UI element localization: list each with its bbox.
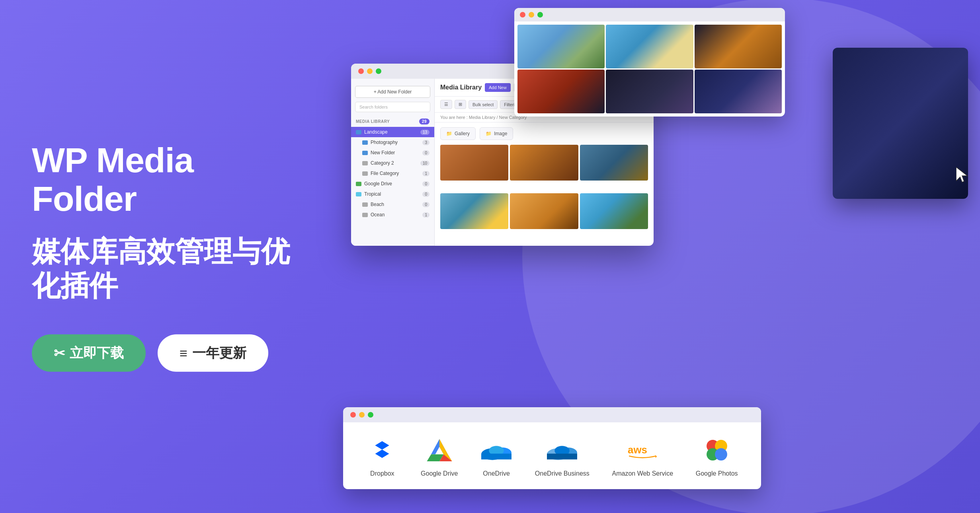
folder-new-folder[interactable]: New Folder 0 <box>351 148 434 158</box>
photo-grid-window <box>514 8 785 117</box>
photo-stars <box>695 70 782 113</box>
folder-name-photography: Photography <box>371 140 398 145</box>
folder-name-ocean: Ocean <box>371 212 385 218</box>
bulk-select-button[interactable]: Bulk select <box>469 100 498 109</box>
download-label: 立即下载 <box>70 344 124 362</box>
folder-photography[interactable]: Photography 3 <box>351 137 434 148</box>
folder-icon-category2 <box>362 161 368 165</box>
gallery-folder-gallery[interactable]: 📁 Gallery <box>440 127 476 140</box>
folder-name-beach: Beach <box>371 202 384 207</box>
image-folder-icon: 📁 <box>486 131 492 136</box>
photo-grid <box>514 21 785 117</box>
svg-marker-16 <box>656 455 657 458</box>
folder-name-category2: Category 2 <box>371 160 394 166</box>
photo-person-dark <box>606 70 693 113</box>
service-onedrive-business[interactable]: OneDrive Business <box>535 434 590 477</box>
google-drive-icon <box>424 434 455 466</box>
folder-category2[interactable]: Category 2 10 <box>351 158 434 168</box>
folder-tropical[interactable]: Tropical 0 <box>351 189 434 199</box>
search-placeholder: Search folders <box>359 105 388 109</box>
dropbox-label: Dropbox <box>370 470 394 477</box>
view-grid-button[interactable]: ⊞ <box>455 100 466 109</box>
right-section: + Add New Folder Search folders MEDIA LI… <box>303 0 980 513</box>
add-new-folder-button[interactable]: + Add New Folder <box>355 86 430 98</box>
folder-name-gdrive: Google Drive <box>364 181 392 187</box>
folder-count-gdrive: 0 <box>422 181 429 187</box>
photo-beach-people <box>606 25 693 68</box>
google-photos-icon <box>701 434 733 466</box>
svg-point-20 <box>715 448 727 461</box>
gallery-folders: 📁 Gallery 📁 Image <box>435 122 654 145</box>
gallery-img-canyon <box>440 145 508 181</box>
section-label: MEDIA LIBRARY <box>356 119 390 124</box>
folder-count-new-folder: 0 <box>422 150 429 155</box>
folder-icon-ocean <box>362 213 368 217</box>
folder-icon-photography <box>362 140 368 145</box>
sidebar-section-header: MEDIA LIBRARY 29 <box>351 116 434 127</box>
folder-beach[interactable]: Beach 0 <box>351 199 434 210</box>
dot-red-bottom <box>350 412 356 418</box>
aws-icon: aws <box>627 434 658 466</box>
folder-file-category[interactable]: File Category 1 <box>351 168 434 179</box>
dot-green-bottom <box>368 412 373 418</box>
service-onedrive[interactable]: OneDrive <box>480 434 512 477</box>
folder-name-new-folder: New Folder <box>371 150 395 155</box>
download-button[interactable]: ✂ 立即下载 <box>32 334 146 372</box>
folder-icon-file-category <box>362 171 368 176</box>
star-trails-window <box>833 48 968 199</box>
folder-google-drive[interactable]: Google Drive 0 <box>351 179 434 189</box>
onedrive-icon <box>480 434 512 466</box>
svg-marker-0 <box>956 167 967 182</box>
view-list-button[interactable]: ☰ <box>440 100 452 109</box>
folder-icon-beach <box>362 202 368 207</box>
service-google-photos[interactable]: Google Photos <box>696 434 738 477</box>
folder-icon-tropical <box>356 192 361 196</box>
dot-green <box>537 12 543 17</box>
svg-marker-2 <box>375 441 389 450</box>
folder-ocean[interactable]: Ocean 1 <box>351 210 434 220</box>
photo-temple <box>517 70 605 113</box>
onedrive-label: OneDrive <box>483 470 510 477</box>
window-titlebar-top <box>514 8 785 21</box>
window-titlebar-bottom <box>343 407 761 422</box>
folder-landscape[interactable]: Landscape 13 <box>351 127 434 137</box>
search-folders-input[interactable]: Search folders <box>355 102 430 112</box>
aws-label: Amazon Web Service <box>612 470 673 477</box>
svg-rect-10 <box>481 454 511 460</box>
folder-name-file-category: File Category <box>371 171 399 176</box>
onedrive-business-icon <box>546 434 578 466</box>
folder-name-landscape: Landscape <box>364 129 388 135</box>
gallery-folder-name: Gallery <box>455 131 470 136</box>
gallery-img-autumn <box>510 145 578 181</box>
google-drive-label: Google Drive <box>421 470 458 477</box>
cursor-icon <box>956 167 968 183</box>
update-label: 一年更新 <box>192 344 246 362</box>
gallery-images <box>435 145 654 246</box>
breadcrumb-text: You are here : Media Library / New Categ… <box>440 115 527 120</box>
service-aws[interactable]: aws Amazon Web Service <box>612 434 673 477</box>
update-button[interactable]: ≡ 一年更新 <box>158 334 268 372</box>
folder-count-ocean: 1 <box>422 212 429 218</box>
google-photos-label: Google Photos <box>696 470 738 477</box>
add-new-button[interactable]: Add New <box>485 83 511 92</box>
hero-left: WP Media Folder 媒体库高效管理与优化插件 ✂ 立即下载 ≡ 一年… <box>32 141 291 372</box>
gallery-folder-image[interactable]: 📁 Image <box>480 127 513 140</box>
dot-green-main <box>376 68 381 74</box>
gallery-img-coast <box>580 193 648 229</box>
gallery-folder-icon: 📁 <box>446 131 452 136</box>
folder-count-landscape: 13 <box>420 130 429 135</box>
service-google-drive[interactable]: Google Drive <box>421 434 458 477</box>
services-row: Dropbox Google Drive <box>343 422 761 489</box>
content-title: Media Library <box>440 84 482 91</box>
photo-coast <box>517 25 605 68</box>
gallery-img-desert <box>510 193 578 229</box>
gallery-img-beach-aerial <box>440 193 508 229</box>
folder-count-file-category: 1 <box>422 171 429 176</box>
svg-text:aws: aws <box>628 444 647 455</box>
download-icon: ✂ <box>54 345 65 361</box>
gallery-img-landscape <box>580 145 648 181</box>
hero-subtitle: 媒体库高效管理与优化插件 <box>32 234 291 303</box>
dropbox-icon <box>366 434 398 466</box>
folder-icon-gdrive <box>356 182 361 186</box>
service-dropbox[interactable]: Dropbox <box>366 434 398 477</box>
